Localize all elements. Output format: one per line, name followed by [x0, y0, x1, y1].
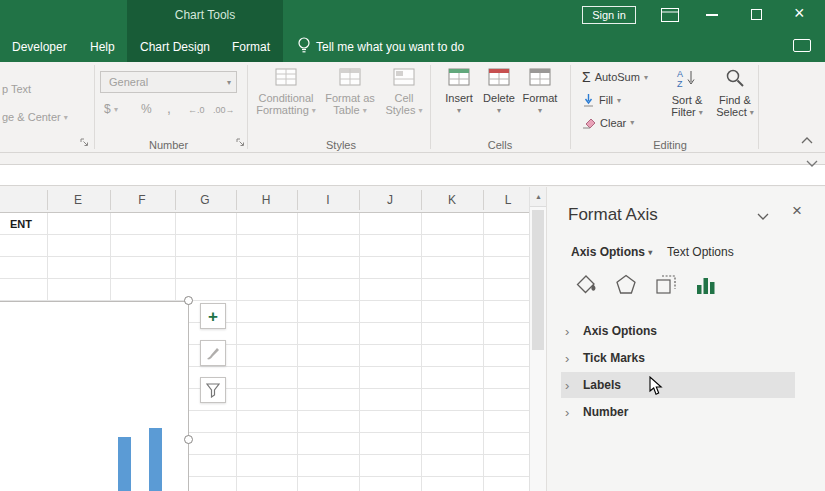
text-options-tab[interactable]: Text Options: [667, 245, 734, 259]
cells-group-label: Cells: [440, 139, 560, 151]
column-header[interactable]: H: [262, 193, 271, 207]
format-as-table-icon: [339, 68, 361, 86]
header-separator: [359, 190, 360, 210]
dropdown-caret-icon: ▾: [363, 106, 367, 115]
conditional-formatting-button[interactable]: Conditional Formatting ▾: [254, 66, 318, 117]
sort-filter-button[interactable]: A Z Sort & Filter ▾: [664, 66, 710, 119]
pane-title: Format Axis: [568, 205, 658, 225]
number-format-select[interactable]: General ▾: [100, 71, 237, 93]
ribbon: p Text ge & Center ▾ General ▾ $ ▾ % , ←…: [0, 62, 825, 153]
scroll-up-icon[interactable]: ▲: [530, 187, 547, 207]
column-header[interactable]: E: [74, 193, 82, 207]
embedded-chart[interactable]: [0, 301, 189, 491]
percent-style-button[interactable]: %: [141, 102, 152, 116]
wrap-text-button[interactable]: p Text: [2, 83, 31, 95]
dropdown-caret-icon: ▾: [750, 108, 754, 117]
section-labels[interactable]: › Labels: [561, 372, 795, 398]
gridline: [483, 213, 484, 491]
fill-down-icon: [582, 93, 595, 107]
dropdown-caret-icon: ▾: [419, 106, 423, 115]
format-cells-button[interactable]: Format ▾: [520, 66, 560, 117]
chart-tools-label: Chart Tools: [127, 8, 283, 22]
tab-developer[interactable]: Developer: [12, 40, 67, 54]
increase-decimal-icon[interactable]: ←.0: [188, 105, 205, 115]
axis-options-tab[interactable]: Axis Options ▾: [571, 245, 652, 259]
chart-elements-button[interactable]: +: [200, 303, 226, 329]
merge-center-button[interactable]: ge & Center ▾: [2, 111, 68, 123]
comma-style-button[interactable]: ,: [167, 100, 171, 116]
scrollbar-thumb[interactable]: [532, 210, 544, 350]
chart-bar[interactable]: [118, 437, 131, 491]
column-header[interactable]: F: [138, 193, 145, 207]
button-label: Delete: [480, 92, 518, 104]
conditional-formatting-icon: [275, 68, 297, 86]
fill-line-icon[interactable]: [574, 273, 598, 297]
find-select-button[interactable]: Find & Select ▾: [712, 66, 758, 119]
column-header[interactable]: I: [326, 193, 329, 207]
tab-chart-design[interactable]: Chart Design: [140, 40, 210, 54]
expand-formula-bar-icon[interactable]: [806, 160, 818, 167]
cell-styles-button[interactable]: Cell Styles ▾: [380, 66, 428, 117]
autosum-button[interactable]: Σ AutoSum ▾: [582, 69, 648, 85]
delete-cells-button[interactable]: Delete ▾: [480, 66, 518, 117]
column-header[interactable]: J: [387, 193, 393, 207]
column-header-row: E F G H I J K L: [0, 187, 529, 213]
tell-me-box[interactable]: Tell me what you want to do: [316, 40, 464, 54]
section-number[interactable]: › Number: [561, 399, 795, 425]
minimize-icon[interactable]: [706, 14, 718, 16]
section-tick-marks[interactable]: › Tick Marks: [561, 345, 795, 371]
formula-bar-input[interactable]: [0, 164, 825, 186]
number-dialog-launcher-icon[interactable]: [236, 138, 245, 147]
header-separator: [175, 190, 176, 210]
comments-icon[interactable]: [793, 39, 811, 52]
chart-bar[interactable]: [149, 428, 162, 491]
gridline: [359, 213, 360, 491]
svg-text:A: A: [677, 69, 683, 79]
collapse-ribbon-icon[interactable]: [801, 137, 813, 144]
chart-options-icon[interactable]: [694, 273, 718, 297]
group-separator: [247, 65, 248, 149]
dollar-icon: $: [104, 102, 111, 116]
tab-format[interactable]: Format: [232, 40, 270, 54]
funnel-icon: [206, 383, 220, 398]
editing-group-label: Editing: [582, 139, 758, 151]
dropdown-caret-icon: ▾: [699, 108, 703, 117]
section-axis-options[interactable]: › Axis Options: [561, 318, 795, 344]
chart-resize-handle[interactable]: [184, 296, 193, 305]
pane-close-icon[interactable]: ×: [792, 201, 802, 221]
dropdown-caret-icon: ▾: [497, 106, 501, 115]
insert-cells-button[interactable]: Insert ▾: [440, 66, 478, 117]
fill-button[interactable]: Fill ▾: [582, 93, 621, 107]
maximize-icon[interactable]: [751, 9, 762, 20]
chevron-right-icon: ›: [561, 405, 575, 420]
dropdown-caret-icon: ▾: [64, 113, 68, 122]
size-properties-icon[interactable]: [654, 273, 678, 297]
ribbon-display-options-icon[interactable]: [661, 8, 679, 22]
sign-in-button[interactable]: Sign in: [582, 6, 636, 24]
accounting-format-button[interactable]: $ ▾: [104, 102, 118, 116]
effects-icon[interactable]: [614, 273, 638, 297]
chevron-right-icon: ›: [561, 351, 575, 366]
chart-resize-handle[interactable]: [184, 435, 193, 444]
button-label: Cell: [380, 92, 428, 104]
styles-group-label: Styles: [254, 139, 428, 151]
alignment-dialog-launcher-icon[interactable]: [80, 138, 89, 147]
column-header[interactable]: L: [505, 193, 512, 207]
decrease-decimal-icon[interactable]: .00→: [213, 105, 235, 115]
sort-filter-icon: A Z: [676, 68, 698, 88]
clear-button[interactable]: Clear ▾: [582, 116, 634, 129]
vertical-scrollbar[interactable]: ▲: [529, 187, 546, 491]
tab-label: Axis Options: [571, 245, 645, 259]
gridline: [236, 213, 237, 491]
worksheet-grid[interactable]: E F G H I J K L ENT: [0, 187, 529, 491]
pane-options-chevron-icon[interactable]: [757, 213, 769, 220]
column-header[interactable]: G: [200, 193, 209, 207]
chart-styles-button[interactable]: [200, 340, 226, 366]
format-as-table-button[interactable]: Format as Table ▾: [320, 66, 380, 117]
column-header[interactable]: K: [448, 193, 456, 207]
tab-help[interactable]: Help: [90, 40, 115, 54]
excel-window: Chart Tools Sign in × Developer Help Cha…: [0, 0, 825, 491]
close-icon[interactable]: ×: [794, 3, 805, 24]
chevron-right-icon: ›: [561, 324, 575, 339]
chart-filters-button[interactable]: [200, 377, 226, 403]
